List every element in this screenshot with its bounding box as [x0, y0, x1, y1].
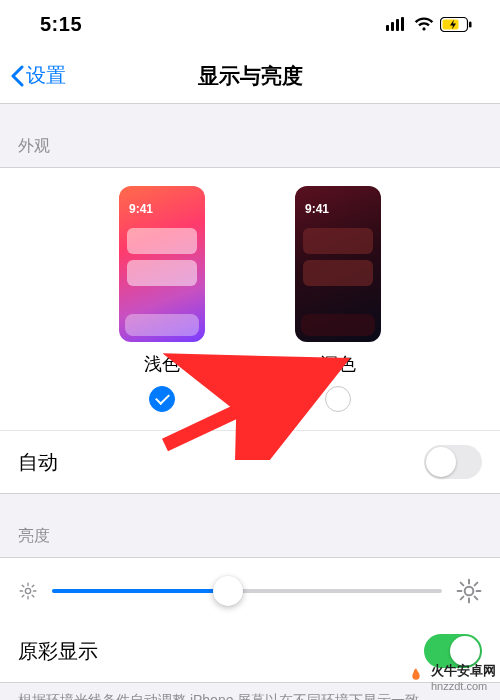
preview-dark: 9:41 — [295, 186, 381, 342]
svg-rect-1 — [391, 22, 394, 31]
chevron-left-icon — [10, 65, 24, 87]
preview-dock — [125, 314, 199, 336]
nav-header: 设置 显示与亮度 — [0, 48, 500, 104]
svg-rect-3 — [401, 17, 404, 31]
svg-line-23 — [461, 597, 464, 600]
svg-line-12 — [22, 585, 24, 587]
watermark-logo-icon — [405, 666, 427, 688]
section-appearance: 9:41 浅色 9:41 深色 自动 — [0, 167, 500, 494]
slider-thumb[interactable] — [213, 576, 243, 606]
toggle-auto[interactable] — [424, 445, 482, 479]
preview-dock — [301, 314, 375, 336]
appearance-option-light[interactable]: 9:41 浅色 — [119, 186, 205, 412]
preview-notif — [127, 260, 197, 286]
cellular-icon — [386, 17, 408, 31]
svg-point-16 — [465, 587, 474, 596]
back-label: 设置 — [26, 62, 66, 89]
brightness-slider-row — [0, 558, 500, 620]
brightness-slider[interactable] — [52, 589, 442, 593]
svg-line-22 — [475, 597, 478, 600]
option-label-light: 浅色 — [144, 352, 180, 376]
radio-dark[interactable] — [325, 386, 351, 412]
radio-light[interactable] — [149, 386, 175, 412]
wifi-icon — [414, 17, 434, 31]
row-auto-appearance: 自动 — [0, 430, 500, 493]
sun-large-icon — [456, 578, 482, 604]
option-label-dark: 深色 — [320, 352, 356, 376]
preview-notif — [127, 228, 197, 254]
back-button[interactable]: 设置 — [0, 62, 66, 89]
preview-light: 9:41 — [119, 186, 205, 342]
svg-line-14 — [22, 595, 24, 597]
section-header-brightness: 亮度 — [0, 494, 500, 557]
svg-line-24 — [475, 583, 478, 586]
appearance-picker: 9:41 浅色 9:41 深色 — [0, 168, 500, 430]
svg-rect-0 — [386, 25, 389, 31]
watermark-url: hnzzdt.com — [431, 680, 496, 692]
appearance-option-dark[interactable]: 9:41 深色 — [295, 186, 381, 412]
svg-rect-2 — [396, 19, 399, 31]
auto-label: 自动 — [18, 449, 58, 476]
page-title: 显示与亮度 — [0, 62, 500, 90]
svg-line-15 — [32, 585, 34, 587]
status-icons — [386, 17, 472, 32]
svg-line-21 — [461, 583, 464, 586]
section-header-appearance: 外观 — [0, 104, 500, 167]
status-bar: 5:15 — [0, 0, 500, 48]
svg-point-7 — [25, 588, 30, 593]
svg-rect-6 — [469, 21, 472, 27]
battery-charging-icon — [440, 17, 472, 32]
true-tone-label: 原彩显示 — [18, 638, 98, 665]
sun-small-icon — [18, 581, 38, 601]
slider-fill — [52, 589, 228, 593]
svg-rect-5 — [443, 19, 459, 29]
status-time: 5:15 — [40, 13, 82, 36]
preview-time: 9:41 — [129, 202, 153, 216]
watermark: 火牛安卓网 hnzzdt.com — [405, 662, 496, 692]
svg-line-13 — [32, 595, 34, 597]
preview-notif — [303, 228, 373, 254]
watermark-name: 火牛安卓网 — [431, 663, 496, 678]
preview-notif — [303, 260, 373, 286]
preview-time: 9:41 — [305, 202, 329, 216]
